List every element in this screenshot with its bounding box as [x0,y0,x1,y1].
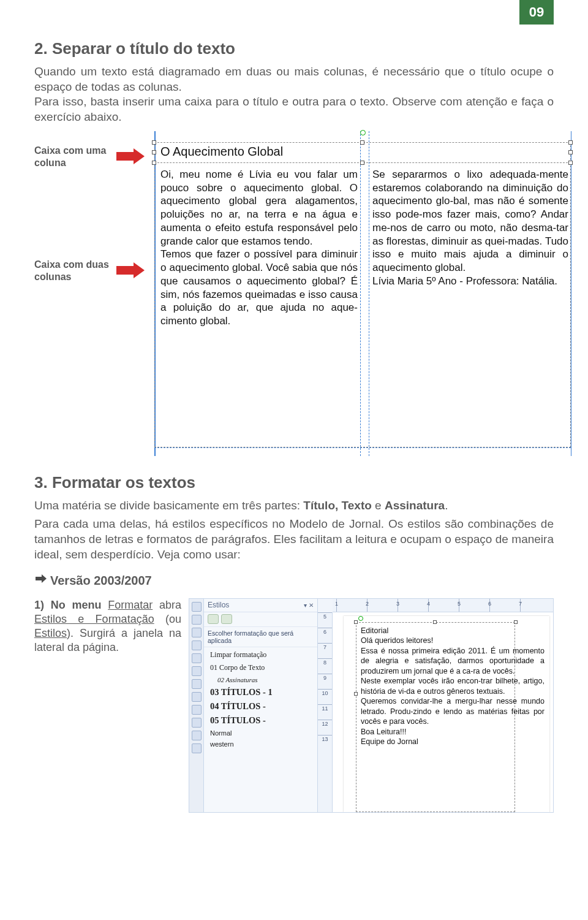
arrow-icon [116,148,145,164]
ruler-tick: 8 [318,658,332,674]
col-right-text: Se separarmos o lixo adequada-mente esta… [372,168,568,288]
p1-mid: e [372,499,385,512]
tool-icon[interactable] [192,743,202,753]
frame-handle [152,140,156,145]
figure-text-frames: Caixa com uma coluna Caixa com duas colu… [34,131,554,456]
frame-handle [152,150,156,154]
ruler-num: 5 [458,601,461,607]
style-item-title2[interactable]: 04 TÍTULOS - [204,699,317,713]
step-1-instruction: 1) No menu Formatar abra Estilos e Forma… [34,598,186,813]
ruler-num: 7 [519,601,522,607]
styles-toolbar [204,612,317,627]
section-3-para2: Para cada uma delas, há estilos específi… [34,517,554,562]
step-mid2: (ou [154,613,181,625]
ruler-tick: 5 [318,612,332,628]
ruler-vertical: 5 6 7 8 9 10 11 12 13 [318,612,333,812]
ruler-num: 2 [366,601,369,607]
ruler-tick: 9 [318,674,332,689]
page-number-badge: 09 [519,0,554,25]
arrow-right-icon [34,574,47,590]
ruler-num: 6 [488,601,491,607]
frame-title-text: O Aquecimento Global [160,145,283,159]
ruler-tick: 6 [318,628,332,643]
tool-icon[interactable] [192,718,202,728]
frame-handle [354,692,358,696]
frame-handle [354,620,358,624]
ruler-tick: 12 [318,720,332,735]
frame-handle [568,140,573,145]
ruler-num: 4 [427,601,430,607]
word-screenshot: Estilos ▾ ✕ Escolher formatação que será… [189,598,554,813]
anchor-icon [360,130,366,135]
section-2-heading: 2. Separar o título do texto [34,39,554,58]
col-left-text: Oi, meu nome é Lívia eu vou falar um pou… [160,168,358,328]
frame-handle [152,161,156,165]
tool-icon[interactable] [192,705,202,715]
step-u1: Formatar [108,599,153,611]
arrow-icon [116,262,145,278]
ruler-num: 3 [396,601,399,607]
ruler-tick: 11 [318,704,332,720]
ruler-tick: 13 [318,735,332,750]
tool-icon[interactable] [192,653,202,663]
styles-button[interactable] [221,614,232,624]
label-one-column: Caixa com uma coluna [34,145,114,169]
ruler-horizontal: 1 2 3 4 5 6 7 [333,599,553,612]
styles-list: Limpar formatação 01 Corpo de Texto 02 A… [204,647,317,751]
vertical-toolbar [189,599,204,812]
style-item-body[interactable]: 01 Corpo de Texto [204,661,317,674]
chevron-down-icon[interactable]: ▾ ✕ [304,602,314,609]
p1-bold: Título, Texto [303,499,372,512]
section-2-para: Quando um texto está diagramado em duas … [34,64,554,125]
frame-handle [360,161,364,165]
step-mid1: abra [153,599,181,611]
section-3-para1: Uma matéria se divide basicamente em trê… [34,498,554,514]
tool-icon[interactable] [192,692,202,702]
frame-handle [568,150,573,154]
version-label: Versão 2003/2007 [50,574,152,587]
frame-handle [433,620,437,624]
style-item-title1[interactable]: 03 TÍTULOS - 1 [204,685,317,699]
styles-button[interactable] [208,614,219,624]
document-area: Editorial Olá queridos leitores! Essa é … [333,612,553,812]
step-pre: 1) No menu [34,599,108,611]
style-item-normal[interactable]: Normal [204,728,317,739]
section-3-heading: 3. Formatar os textos [34,473,554,492]
page-number: 09 [529,4,544,20]
frame-handle [568,161,573,165]
styles-description: Escolher formatação que será aplicada [204,627,317,647]
label-two-columns: Caixa com duas colunas [34,259,114,283]
version-line: Versão 2003/2007 [34,574,554,590]
frame-handle [360,140,364,145]
style-item-clear[interactable]: Limpar formatação [204,648,317,661]
tool-icon[interactable] [192,602,202,612]
svg-marker-1 [116,262,145,278]
ruler-tick: 10 [318,689,332,704]
step-u3: Estilos [34,627,67,639]
svg-marker-2 [36,574,47,583]
styles-title-bar[interactable]: Estilos ▾ ✕ [204,599,317,612]
editorial-text: Editorial Olá queridos leitores! Essa é … [361,626,545,747]
tool-icon[interactable] [192,628,202,637]
style-item-title3[interactable]: 05 TÍTULOS - [204,713,317,728]
tool-icon[interactable] [192,679,202,689]
styles-pane: Estilos ▾ ✕ Escolher formatação que será… [204,599,318,812]
tool-icon[interactable] [192,641,202,650]
p1-post: . [445,499,448,512]
frame-handle [514,620,518,624]
ruler-tick: 7 [318,643,332,658]
styles-title-text: Estilos [208,601,229,609]
guide-bottom [154,447,571,448]
style-item-western[interactable]: western [204,739,317,750]
anchor-icon [358,616,363,621]
tool-icon[interactable] [192,666,202,676]
tool-icon[interactable] [192,615,202,625]
svg-marker-0 [116,148,145,164]
p1-pre: Uma matéria se divide basicamente em trê… [34,499,303,512]
step-u2: Estilos e Formatação [34,613,154,625]
ruler-num: 1 [335,601,338,607]
style-item-signatures[interactable]: 02 Assinaturas [204,674,317,685]
tool-icon[interactable] [192,731,202,740]
p1-bold2: Assinatura [385,499,445,512]
